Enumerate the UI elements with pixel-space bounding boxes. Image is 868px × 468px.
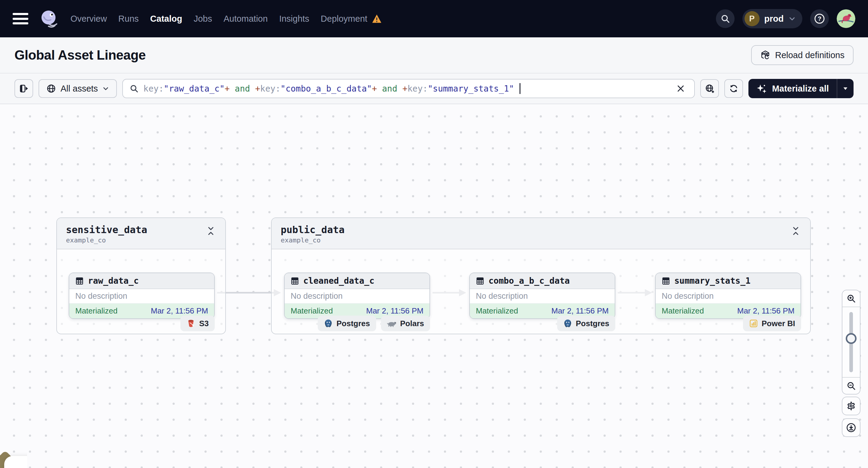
materialization-timestamp: Mar 2, 11:56 PM xyxy=(737,306,795,316)
reload-definitions-button[interactable]: Reload definitions xyxy=(751,45,854,65)
zoom-out-icon[interactable] xyxy=(842,377,860,394)
zoom-slider[interactable] xyxy=(842,307,860,377)
chevron-down-icon xyxy=(102,85,109,92)
asset-tags: Postgres xyxy=(469,316,615,331)
query-token-string: "summary_stats_1" xyxy=(428,84,514,94)
nav-item-catalog[interactable]: Catalog xyxy=(150,14,182,24)
asset-name: summary_stats_1 xyxy=(674,276,750,286)
globe-add-icon[interactable] xyxy=(700,79,719,98)
query-token-keyword: key: xyxy=(143,84,163,94)
asset-node-header: combo_a_b_c_data xyxy=(470,273,615,289)
zoom-in-icon[interactable] xyxy=(842,290,860,307)
tag-postgres[interactable]: Postgres xyxy=(318,316,376,331)
nav-item-label: Insights xyxy=(279,14,309,24)
query-token-string: "raw_data_c" xyxy=(164,84,225,94)
materialization-timestamp: Mar 2, 11:56 PM xyxy=(552,306,609,316)
table-icon xyxy=(75,277,84,285)
zoom-slider-thumb[interactable] xyxy=(846,333,857,344)
query-token-operator: + xyxy=(372,84,377,94)
status-badge: Materialized xyxy=(291,306,333,316)
status-badge: Materialized xyxy=(476,306,518,316)
reload-definitions-label: Reload definitions xyxy=(775,50,844,60)
lineage-canvas[interactable]: sensitive_dataexample_copublic_dataexamp… xyxy=(0,104,868,468)
materialize-all-button[interactable]: Materialize all xyxy=(748,79,837,98)
nav-item-runs[interactable]: Runs xyxy=(118,14,139,24)
table-icon xyxy=(476,277,484,285)
group-header: public_dataexample_co xyxy=(272,218,810,249)
asset-node-header: raw_data_c xyxy=(69,273,214,289)
asset-name: cleaned_data_c xyxy=(303,276,374,286)
asset-node-header: summary_stats_1 xyxy=(656,273,801,289)
tag-power-bi[interactable]: Power BI xyxy=(743,316,801,331)
nav-item-jobs[interactable]: Jobs xyxy=(194,14,212,24)
asset-node-combo_a_b_c_data[interactable]: combo_a_b_c_dataNo descriptionMaterializ… xyxy=(469,273,615,319)
graph-settings-icon[interactable] xyxy=(842,397,861,415)
asset-scope-dropdown[interactable]: All assets xyxy=(38,79,117,98)
query-token-string: "combo_a_b_c_data" xyxy=(280,84,372,94)
query-token-boolean: and xyxy=(377,84,402,94)
chevron-down-icon xyxy=(788,15,796,22)
materialize-split-button: Materialize all xyxy=(748,79,854,98)
group-repository: example_co xyxy=(281,237,345,244)
page-header: Global Asset Lineage Reload definitions xyxy=(0,37,868,73)
download-graph-icon[interactable] xyxy=(842,418,861,437)
nav-item-overview[interactable]: Overview xyxy=(70,14,107,24)
help-icon[interactable]: ? xyxy=(810,9,829,28)
menu-icon[interactable] xyxy=(13,12,30,26)
materialization-timestamp: Mar 2, 11:56 PM xyxy=(151,306,208,316)
corner-artwork xyxy=(0,451,27,468)
asset-name: combo_a_b_c_data xyxy=(489,276,570,286)
tag-label: S3 xyxy=(199,319,209,328)
reload-definitions-icon xyxy=(760,50,770,60)
materialize-options-caret[interactable] xyxy=(837,79,854,98)
nav-item-insights[interactable]: Insights xyxy=(279,14,309,24)
asset-name: raw_data_c xyxy=(88,276,139,286)
asset-node-raw_data_c[interactable]: raw_data_cNo descriptionMaterializedMar … xyxy=(69,273,215,319)
user-avatar[interactable] xyxy=(837,9,855,28)
asset-tags: Power BI xyxy=(655,316,801,331)
query-token-operator: + xyxy=(225,84,230,94)
group-header: sensitive_dataexample_co xyxy=(57,218,225,249)
asset-description: No description xyxy=(285,289,430,304)
svg-text:?: ? xyxy=(818,15,821,22)
collapse-group-icon[interactable] xyxy=(206,225,216,237)
tag-label: Postgres xyxy=(336,319,370,328)
refresh-icon[interactable] xyxy=(724,79,743,98)
lineage-toolbar: All assets key:"raw_data_c"+ and +key:"c… xyxy=(0,73,868,104)
clear-filter-icon[interactable] xyxy=(674,82,688,95)
asset-node-header: cleaned_data_c xyxy=(285,273,430,289)
tag-s3[interactable]: S3 xyxy=(180,316,215,331)
tag-label: Polars xyxy=(400,319,424,328)
tag-label: Postgres xyxy=(576,319,609,328)
query-token-keyword: key: xyxy=(407,84,428,94)
warning-icon xyxy=(372,14,382,23)
nav-item-deployment[interactable]: Deployment xyxy=(321,14,382,24)
postgres-icon xyxy=(324,319,333,328)
tag-polars[interactable]: Polars xyxy=(381,316,430,331)
environment-switcher[interactable]: P prod xyxy=(742,9,802,28)
nav-item-label: Overview xyxy=(70,14,107,24)
materialize-all-label: Materialize all xyxy=(772,84,829,94)
asset-tags: S3 xyxy=(69,316,215,331)
nav-item-automation[interactable]: Automation xyxy=(223,14,268,24)
nav-item-label: Deployment xyxy=(321,14,367,24)
nav-item-label: Jobs xyxy=(194,14,212,24)
collapse-group-icon[interactable] xyxy=(790,225,801,237)
open-panel-icon[interactable] xyxy=(14,79,33,98)
tag-postgres[interactable]: Postgres xyxy=(557,316,615,331)
powerbi-icon xyxy=(749,319,758,328)
environment-avatar: P xyxy=(745,11,760,26)
asset-filter-input[interactable]: key:"raw_data_c"+ and +key:"combo_a_b_c_… xyxy=(122,79,695,98)
dagster-logo-icon[interactable] xyxy=(40,9,58,28)
query-token-operator: + xyxy=(402,84,407,94)
asset-node-cleaned_data_c[interactable]: cleaned_data_cNo descriptionMaterialized… xyxy=(284,273,430,319)
status-badge: Materialized xyxy=(75,306,118,316)
asset-node-summary_stats_1[interactable]: summary_stats_1No descriptionMaterialize… xyxy=(655,273,801,319)
search-icon[interactable] xyxy=(716,9,735,28)
query-token-keyword: key: xyxy=(260,84,280,94)
nav-links: OverviewRunsCatalogJobsAutomationInsight… xyxy=(70,14,382,24)
s3-icon xyxy=(186,319,195,328)
topnav-right: P prod ? xyxy=(716,9,855,28)
table-icon xyxy=(662,277,670,285)
environment-name: prod xyxy=(765,14,784,24)
